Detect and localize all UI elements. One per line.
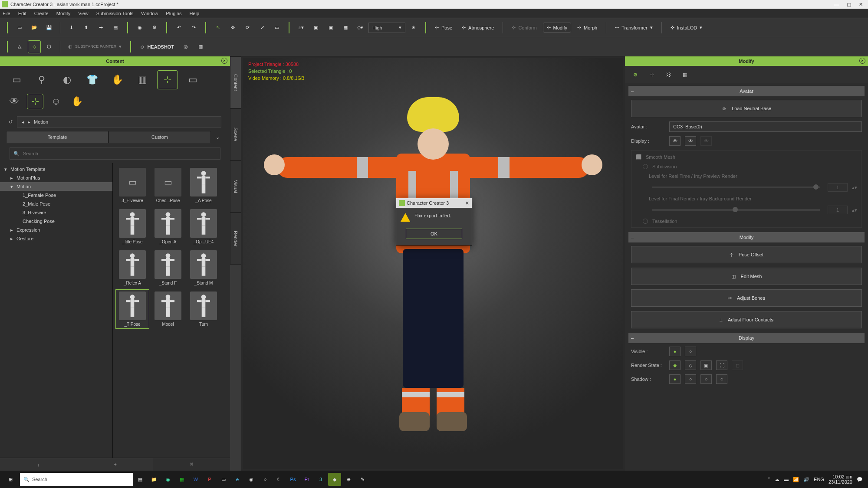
sub-empty-2[interactable] (110, 94, 127, 109)
menu-edit[interactable]: Edit (18, 11, 26, 16)
modify-tab-link-icon[interactable]: ⛓ (662, 69, 674, 81)
grid-item[interactable]: _Idle Pose (115, 207, 149, 246)
add-button[interactable]: ＋ (77, 458, 154, 471)
powerpoint-app-icon[interactable]: P (203, 473, 216, 486)
pose-offset-button[interactable]: ⊹Pose Offset (631, 246, 862, 263)
rt-value[interactable]: 1 (828, 183, 848, 192)
side-tab-render[interactable]: Render (230, 213, 241, 265)
instalod-button[interactable]: ⊹InstaLOD▾ (667, 23, 706, 32)
breadcrumb[interactable]: ◂▸ Motion (17, 116, 221, 128)
tree-item[interactable]: ▸Gesture (0, 234, 112, 243)
render-toggle-2[interactable]: ◇ (685, 360, 696, 370)
tab-custom[interactable]: Custom (108, 131, 211, 143)
grid-item[interactable]: _Open A (151, 207, 185, 246)
avatar-section[interactable]: –Avatar (628, 86, 865, 96)
visible-toggle-2[interactable]: ○ (685, 347, 696, 356)
redo-button[interactable]: ↷ (187, 21, 200, 34)
search-input[interactable]: 🔍 Search (10, 147, 220, 160)
tool-icon-3[interactable]: ⬡ (43, 40, 56, 53)
modify-tab-pose-icon[interactable]: ⊹ (646, 69, 658, 81)
grid-item[interactable]: ▭3_Hivewire (115, 166, 149, 205)
side-tab-content[interactable]: Content (230, 56, 241, 108)
morph-button[interactable]: ⊹Morph (574, 23, 601, 32)
shadow-toggle-2[interactable]: ○ (685, 374, 696, 384)
modify-tab-checker-icon[interactable]: ▦ (679, 69, 691, 81)
app-icon-4[interactable]: ⊕ (342, 473, 355, 486)
menu-window[interactable]: Window (141, 11, 158, 16)
app-icon-3[interactable]: ☾ (273, 473, 286, 486)
tray-notifications-icon[interactable]: 💬 (857, 477, 863, 482)
grid-item[interactable]: _Stand F (151, 248, 185, 288)
cc3-app-icon[interactable]: ◆ (328, 473, 341, 486)
pr-app-icon[interactable]: Pr (300, 473, 313, 486)
app-icon-1[interactable]: ▭ (217, 473, 230, 486)
shadow-toggle-4[interactable]: ○ (716, 374, 727, 384)
tree-item[interactable]: ▾Motion Template (0, 165, 112, 174)
explorer-icon[interactable]: 📁 (148, 473, 161, 486)
substance-button[interactable]: ◐ SUBSTANCE PAINTER ▾ (65, 42, 125, 51)
zoom-button[interactable]: ▣ (324, 21, 337, 34)
tray-lang[interactable]: ENG (814, 477, 824, 482)
sub-body-icon[interactable]: ⊹ (27, 94, 43, 109)
delete-button[interactable]: ✖ (153, 458, 230, 471)
menu-modify[interactable]: Modify (56, 11, 70, 16)
tool-icon-2[interactable]: ◇ (28, 40, 41, 53)
tree-item[interactable]: 1_Female Pose (0, 191, 112, 200)
grid-item[interactable]: _A Pose (187, 166, 220, 205)
tray-volume-icon[interactable]: 🔊 (803, 477, 809, 482)
tessellation-radio[interactable] (643, 219, 648, 224)
sub-empty-5[interactable] (173, 94, 189, 109)
grid-button[interactable]: ▦ (339, 21, 352, 34)
close-button[interactable]: ✕ (859, 2, 863, 7)
open-button[interactable]: 📂 (28, 21, 41, 34)
visible-toggle-1[interactable]: ● (669, 347, 681, 356)
select-tool[interactable]: ↖ (211, 21, 224, 34)
modify-close-icon[interactable]: × (859, 58, 865, 64)
category-folder-icon[interactable]: ▭ (6, 70, 27, 89)
edit-mesh-button[interactable]: ◫Edit Mesh (631, 268, 862, 285)
shadow-toggle-1[interactable]: ● (669, 374, 681, 384)
menu-view[interactable]: View (78, 11, 89, 16)
tree-item[interactable]: ▸MotionPlus (0, 174, 112, 182)
sub-hand-icon[interactable]: ✋ (69, 94, 85, 109)
adjust-floor-button[interactable]: ⟂Adjust Floor Contacts (631, 311, 862, 328)
move-tool[interactable]: ✥ (226, 21, 239, 34)
category-shirt-icon[interactable]: 👕 (82, 70, 102, 89)
category-layout-icon[interactable]: ▥ (132, 70, 153, 89)
frame-button[interactable]: ▣ (309, 21, 322, 34)
dialog-titlebar[interactable]: Character Creator 3 ✕ (396, 198, 472, 208)
tab-menu-icon[interactable]: ⌄ (211, 134, 224, 140)
back-button[interactable]: ↺ (9, 119, 13, 125)
view-button[interactable]: ◇▾ (354, 21, 367, 34)
home-button[interactable]: ⌂▾ (295, 21, 308, 34)
category-palette-icon[interactable]: ◐ (56, 70, 77, 89)
rect-tool[interactable]: ▭ (270, 21, 283, 34)
atmosphere-button[interactable]: ⊹Atmosphere (458, 23, 497, 32)
undo-button[interactable]: ↶ (172, 21, 185, 34)
quality-select[interactable]: High▾ (368, 23, 405, 33)
grid-item[interactable]: _Op...UE4 (187, 207, 220, 246)
rotate-tool[interactable]: ⟳ (241, 21, 254, 34)
subdivision-radio[interactable] (643, 164, 648, 169)
globe-button[interactable]: ◉ (133, 21, 146, 34)
render-toggle-5[interactable]: ◻ (732, 360, 743, 370)
save-button[interactable]: 💾 (43, 21, 56, 34)
content-close-icon[interactable]: × (221, 58, 227, 64)
side-tab-scene[interactable]: Scene (230, 108, 241, 160)
modify-section[interactable]: –Modify (628, 232, 865, 242)
app-icon-2[interactable]: ○ (259, 473, 272, 486)
sub-eye-icon[interactable]: 👁 (6, 94, 23, 109)
tree-item[interactable]: ▾Motion (0, 182, 112, 191)
ps-app-icon[interactable]: Ps (286, 473, 299, 486)
category-pose-icon[interactable]: ⊹ (157, 70, 178, 89)
grid-item[interactable]: Turn (187, 289, 220, 329)
tray-clock[interactable]: 10:02 am23/11/2020 (829, 474, 852, 485)
category-image-icon[interactable]: ▭ (182, 70, 203, 89)
smooth-mesh-checkbox[interactable] (636, 154, 641, 160)
start-button[interactable]: ⊞ (2, 471, 19, 488)
headshot-button[interactable]: ☺ HEADSHOT (136, 43, 178, 51)
tray-cloud-icon[interactable]: ☁ (775, 477, 779, 482)
menu-file[interactable]: File (3, 11, 10, 16)
display-toggle-3[interactable]: 👁 (700, 136, 712, 146)
tray-wifi-icon[interactable]: 📶 (793, 477, 799, 482)
